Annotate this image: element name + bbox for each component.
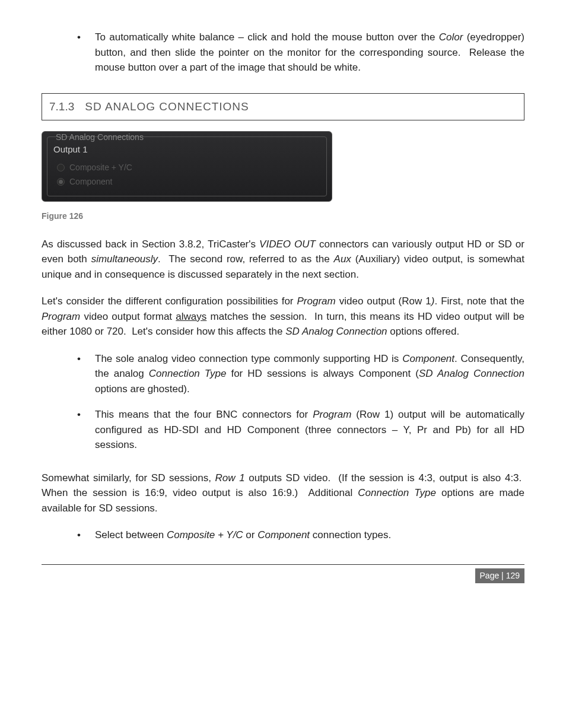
panel-fieldset: SD Analog Connections Output 1 Composite… bbox=[47, 136, 327, 196]
mid-bullet-2-text: This means that the four BNC connectors … bbox=[95, 407, 524, 453]
radio-component-label: Component bbox=[69, 176, 112, 188]
last-bullet-text: Select between Composite + Y/C or Compon… bbox=[95, 527, 524, 543]
mid-bullet-list: • The sole analog video connection type … bbox=[77, 351, 524, 453]
last-bullet-list: • Select between Composite + Y/C or Comp… bbox=[77, 527, 524, 543]
radio-icon bbox=[57, 178, 65, 186]
panel-legend: SD Analog Connections bbox=[53, 131, 146, 144]
page-footer: Page | 129 bbox=[42, 564, 524, 583]
bullet-icon: • bbox=[77, 351, 95, 397]
section-number: 7.1.3 bbox=[49, 98, 74, 116]
mid-bullet-1-text: The sole analog video connection type co… bbox=[95, 351, 524, 397]
page-number: Page | 129 bbox=[475, 568, 524, 583]
radio-composite[interactable]: Composite + Y/C bbox=[57, 161, 320, 174]
radio-component[interactable]: Component bbox=[57, 176, 320, 188]
paragraph-2: Let's consider the different configurati… bbox=[42, 294, 524, 339]
radio-composite-label: Composite + Y/C bbox=[69, 161, 132, 174]
paragraph-3: Somewhat similarly, for SD sessions, Row… bbox=[42, 471, 524, 516]
bullet-icon: • bbox=[77, 30, 95, 75]
section-heading: 7.1.3 SD ANALOG CONNECTIONS bbox=[42, 93, 524, 121]
section-title: SD ANALOG CONNECTIONS bbox=[85, 98, 249, 116]
last-bullet: • Select between Composite + Y/C or Comp… bbox=[77, 527, 524, 543]
sd-analog-panel: SD Analog Connections Output 1 Composite… bbox=[42, 131, 332, 202]
mid-bullet-2: • This means that the four BNC connector… bbox=[77, 407, 524, 453]
intro-bullet: • To automatically white balance – click… bbox=[77, 30, 524, 75]
output-label: Output 1 bbox=[53, 143, 320, 157]
intro-bullet-list: • To automatically white balance – click… bbox=[77, 30, 524, 75]
mid-bullet-1: • The sole analog video connection type … bbox=[77, 351, 524, 397]
bullet-icon: • bbox=[77, 407, 95, 453]
intro-bullet-text: To automatically white balance – click a… bbox=[95, 30, 524, 75]
bullet-icon: • bbox=[77, 527, 95, 543]
figure-caption: Figure 126 bbox=[42, 210, 524, 222]
radio-icon bbox=[57, 164, 65, 171]
paragraph-1: As discussed back in Section 3.8.2, TriC… bbox=[42, 237, 524, 282]
